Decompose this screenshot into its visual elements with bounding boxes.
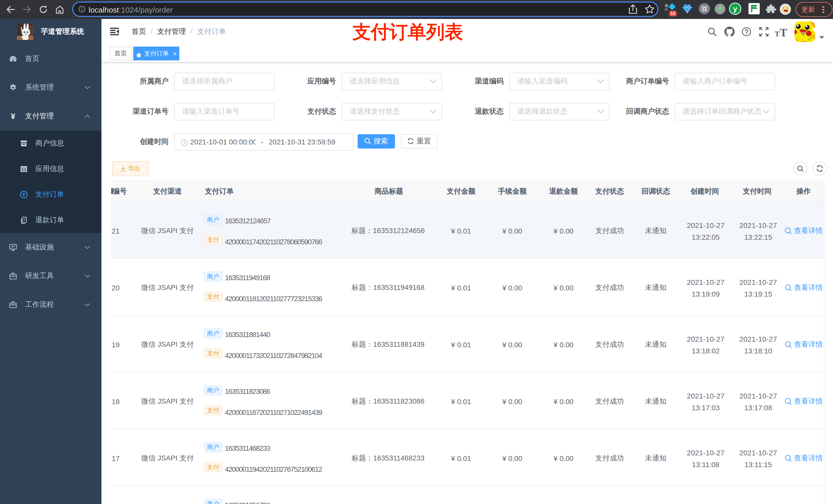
svg-text:y: y [733, 5, 737, 13]
svg-text:¥: ¥ [23, 192, 25, 197]
